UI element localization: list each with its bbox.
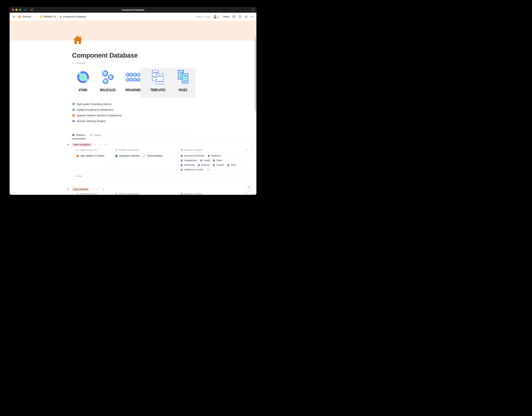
tags-overflow-count: +13	[206, 168, 210, 171]
page-tag-icon	[227, 164, 229, 167]
cell-vuetify-components[interactable]: Navigation drawersAutocompletes	[112, 153, 178, 173]
help-button[interactable]: ?	[246, 185, 252, 191]
sitemap-tag[interactable]: Engagement	[180, 159, 197, 162]
page-row-link[interactable]: App Sidebar & Header	[76, 154, 104, 158]
sitemap-tag[interactable]: Contact	[213, 164, 224, 167]
atomic-design-illustration: ATOMSMOLECULESORGANISMSTEMPLATESPAGES	[72, 69, 194, 98]
sitemap-tag-label: Sales	[217, 159, 222, 162]
column-header-platform-section[interactable]: AaPlatform Section	[72, 149, 112, 151]
avatar	[216, 15, 220, 19]
breadcrumb-item-label: MikMak 3.0	[44, 15, 56, 18]
sitemap-tag-label: Immersive	[184, 164, 195, 167]
page-tag-icon	[198, 164, 200, 167]
page-link[interactable]: Style guide / Branding (Atoms)	[72, 101, 112, 107]
kebab-menu-icon[interactable]	[251, 8, 254, 11]
page-link-label: Swaven Platform Sections (Organisms)	[77, 114, 122, 117]
page-icon-house[interactable]	[72, 34, 83, 46]
traffic-lights	[12, 9, 21, 11]
plus-icon	[74, 175, 76, 177]
illustration-item: MOLECULES	[97, 69, 119, 98]
group-options-icon[interactable]	[99, 143, 102, 146]
cell-platform-section[interactable]: App Sidebar & Header	[72, 153, 112, 173]
column-header-platform-section[interactable]: AaPlatform Section	[72, 192, 112, 195]
page-link[interactable]: Swaven Sitemap (Pages)	[72, 118, 106, 124]
illustration-label: ORGANISMS	[125, 88, 141, 92]
column-header-sitemap-location[interactable]: Sitemap Location	[178, 192, 242, 195]
map-gray-icon	[180, 193, 183, 195]
illustration-label: MOLECULES	[100, 88, 116, 92]
more-options-icon[interactable]	[251, 16, 254, 17]
group-badge[interactable]: Main Navigation	[72, 143, 92, 147]
aa-icon: Aa	[76, 192, 79, 195]
history-icon[interactable]	[238, 15, 242, 18]
breadcrumb-item[interactable]: MikMak 3.0	[40, 15, 56, 18]
group-header: Inner Content7	[67, 188, 256, 191]
breadcrumb-separator: /	[57, 15, 58, 18]
illustration-molecules-icon	[100, 69, 116, 85]
tab-gallery[interactable]: Gallery	[90, 131, 102, 139]
column-header-sitemap-location[interactable]: Sitemap Location	[178, 149, 242, 151]
minimize-button[interactable]	[15, 9, 18, 11]
zoom-button[interactable]	[19, 9, 21, 11]
page-link-label: Vuetify Components (Molecules)	[77, 108, 114, 111]
add-column-icon[interactable]	[245, 193, 247, 195]
share-button[interactable]: Share	[223, 15, 229, 18]
sitemap-tag[interactable]: Audience to Leads	[180, 168, 203, 171]
sitemap-tag[interactable]: Immersive	[180, 164, 195, 167]
comments-icon[interactable]	[232, 15, 236, 18]
illustration-organisms-icon	[125, 69, 141, 85]
sitemap-tag-label: Form	[231, 164, 236, 167]
group-toggle-icon[interactable]	[67, 144, 72, 146]
page-tag-icon	[208, 155, 210, 157]
page-tag-icon	[200, 159, 202, 162]
column-options-icon[interactable]	[251, 149, 254, 151]
group-toggle-icon[interactable]	[67, 188, 72, 190]
sitemap-tag-label: Leads	[204, 159, 210, 162]
column-header-vuetify-components[interactable]: Vuetify Components	[112, 149, 178, 151]
backlink-button[interactable]: 1 backlink	[72, 62, 86, 64]
scrollbar-thumb[interactable]	[255, 36, 256, 111]
close-button[interactable]	[12, 9, 14, 11]
illustration-item: ORGANISMS	[123, 69, 144, 98]
breadcrumb-item[interactable]: General	[18, 15, 31, 19]
group-header: Main Navigation1	[67, 143, 256, 147]
presence-avatars[interactable]	[213, 15, 220, 19]
sitemap-tag[interactable]: Leads	[200, 159, 210, 162]
illustration-label: TEMPLATES	[151, 88, 165, 92]
tab-platform[interactable]: Platform	[72, 131, 85, 139]
wand-icon	[143, 154, 146, 158]
group-add-icon[interactable]	[102, 188, 104, 190]
column-header-actions	[245, 149, 256, 151]
sidebar-toggle-icon[interactable]	[12, 15, 15, 18]
board-icon	[72, 134, 75, 136]
add-column-icon[interactable]	[245, 149, 247, 151]
page-link[interactable]: Swaven Platform Sections (Organisms)	[72, 113, 122, 118]
table-column-header-row: AaPlatform SectionVuetify ComponentsSite…	[72, 148, 256, 153]
group-options-icon[interactable]	[96, 188, 99, 190]
favorite-star-icon[interactable]	[245, 15, 248, 18]
sitemap-tag[interactable]: Executive Summary	[180, 154, 205, 158]
sitemap-tag[interactable]: Form	[227, 164, 236, 167]
relation-link[interactable]: Navigation drawers	[115, 154, 140, 158]
page-tag-icon	[180, 164, 183, 167]
relation-link[interactable]: Autocompletes	[143, 154, 163, 158]
cell-empty	[242, 153, 256, 173]
cell-sitemap-location[interactable]: Executive SummaryAudienceEngagementLeads…	[178, 153, 242, 173]
column-header-vuetify-components[interactable]: Vuetify Components	[112, 192, 178, 195]
refresh-icon[interactable]	[30, 8, 33, 11]
breadcrumb-item[interactable]: Component Database	[59, 15, 86, 18]
page-tag-icon	[213, 159, 215, 162]
page-link[interactable]: Vuetify Components (Molecules)	[72, 107, 114, 113]
page-row-title: App Sidebar & Header	[80, 154, 104, 158]
table-column-header-row: AaPlatform SectionVuetify ComponentsSite…	[72, 191, 256, 195]
column-options-icon[interactable]	[251, 193, 254, 195]
new-row-button[interactable]: New	[72, 173, 256, 179]
group-badge[interactable]: Inner Content	[72, 188, 89, 191]
back-icon[interactable]	[24, 8, 27, 11]
sitemap-tag[interactable]: Sales	[213, 159, 222, 162]
page-scroll-area: Component Database 1 backlink ATOMSMOLEC…	[10, 20, 256, 195]
group-add-icon[interactable]	[105, 143, 107, 146]
sitemap-tag[interactable]: Audience	[208, 154, 221, 158]
breadcrumb-item[interactable]: ...	[34, 15, 36, 18]
sitemap-tag[interactable]: Voucher	[198, 164, 210, 167]
